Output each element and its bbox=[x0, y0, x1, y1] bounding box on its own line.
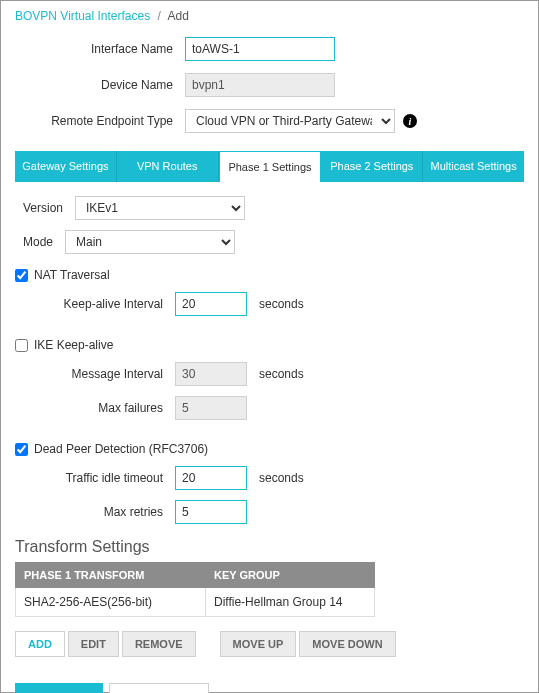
mode-label: Mode bbox=[15, 235, 65, 249]
ike-keepalive-label: IKE Keep-alive bbox=[34, 338, 113, 352]
breadcrumb-root-link[interactable]: BOVPN Virtual Interfaces bbox=[15, 9, 150, 23]
tab-multicast-settings[interactable]: Multicast Settings bbox=[423, 151, 524, 182]
tab-phase1-settings[interactable]: Phase 1 Settings bbox=[219, 151, 322, 182]
message-interval-label: Message Interval bbox=[15, 367, 175, 381]
move-up-button[interactable]: MOVE UP bbox=[220, 631, 297, 657]
keep-alive-interval-field[interactable] bbox=[175, 292, 247, 316]
nat-traversal-label: NAT Traversal bbox=[34, 268, 110, 282]
breadcrumb: BOVPN Virtual Interfaces / Add bbox=[15, 9, 524, 23]
info-icon[interactable]: i bbox=[403, 114, 417, 128]
transform-col-keygroup: KEY GROUP bbox=[206, 563, 375, 588]
tab-vpn-routes[interactable]: VPN Routes bbox=[117, 151, 219, 182]
remote-endpoint-type-select[interactable]: Cloud VPN or Third-Party Gateway bbox=[185, 109, 395, 133]
move-down-button[interactable]: MOVE DOWN bbox=[299, 631, 395, 657]
max-failures-field bbox=[175, 396, 247, 420]
transform-col-phase1: PHASE 1 TRANSFORM bbox=[16, 563, 206, 588]
save-button[interactable]: SAVE bbox=[15, 683, 103, 693]
remote-endpoint-type-label: Remote Endpoint Type bbox=[15, 114, 185, 128]
tab-phase2-settings[interactable]: Phase 2 Settings bbox=[321, 151, 423, 182]
keep-alive-interval-label: Keep-alive Interval bbox=[15, 297, 175, 311]
transform-cell-keygroup: Diffie-Hellman Group 14 bbox=[206, 588, 375, 617]
max-retries-field[interactable] bbox=[175, 500, 247, 524]
transform-table: PHASE 1 TRANSFORM KEY GROUP SHA2-256-AES… bbox=[15, 562, 375, 617]
tab-bar: Gateway Settings VPN Routes Phase 1 Sett… bbox=[15, 151, 524, 182]
interface-name-field[interactable] bbox=[185, 37, 335, 61]
cancel-button[interactable]: CANCEL bbox=[109, 683, 209, 693]
interface-name-label: Interface Name bbox=[15, 42, 185, 56]
remove-button[interactable]: REMOVE bbox=[122, 631, 196, 657]
message-interval-field bbox=[175, 362, 247, 386]
table-row[interactable]: SHA2-256-AES(256-bit) Diffie-Hellman Gro… bbox=[16, 588, 375, 617]
edit-button[interactable]: EDIT bbox=[68, 631, 119, 657]
dpd-label: Dead Peer Detection (RFC3706) bbox=[34, 442, 208, 456]
device-name-label: Device Name bbox=[15, 78, 185, 92]
traffic-idle-timeout-label: Traffic idle timeout bbox=[15, 471, 175, 485]
nat-traversal-checkbox[interactable] bbox=[15, 269, 28, 282]
ike-keepalive-checkbox[interactable] bbox=[15, 339, 28, 352]
tab-gateway-settings[interactable]: Gateway Settings bbox=[15, 151, 117, 182]
version-select[interactable]: IKEv1 bbox=[75, 196, 245, 220]
device-name-field bbox=[185, 73, 335, 97]
mode-select[interactable]: Main bbox=[65, 230, 235, 254]
dpd-checkbox[interactable] bbox=[15, 443, 28, 456]
message-interval-seconds-suffix: seconds bbox=[259, 367, 304, 381]
transform-settings-title: Transform Settings bbox=[15, 538, 524, 556]
version-label: Version bbox=[15, 201, 75, 215]
max-retries-label: Max retries bbox=[15, 505, 175, 519]
transform-cell-phase1: SHA2-256-AES(256-bit) bbox=[16, 588, 206, 617]
traffic-idle-seconds-suffix: seconds bbox=[259, 471, 304, 485]
traffic-idle-timeout-field[interactable] bbox=[175, 466, 247, 490]
breadcrumb-separator: / bbox=[158, 9, 161, 23]
keep-alive-seconds-suffix: seconds bbox=[259, 297, 304, 311]
add-button[interactable]: ADD bbox=[15, 631, 65, 657]
breadcrumb-current: Add bbox=[168, 9, 189, 23]
max-failures-label: Max failures bbox=[15, 401, 175, 415]
